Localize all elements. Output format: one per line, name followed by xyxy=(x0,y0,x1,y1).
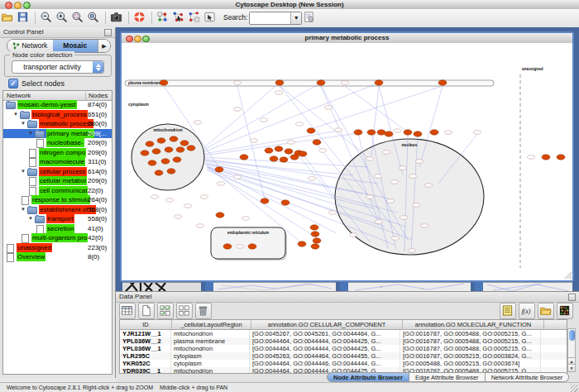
network-tree-row[interactable]: cell communicat22(0) xyxy=(3,186,112,196)
network-tree-row[interactable]: cellular metabol209(0) xyxy=(3,176,112,186)
save-session-icon[interactable] xyxy=(17,11,31,25)
toolbar-separator xyxy=(35,12,36,24)
table-cell: YKR052C xyxy=(120,360,171,367)
expander-icon[interactable]: ▼ xyxy=(28,129,35,139)
leaf-icon xyxy=(22,234,29,243)
expander-icon[interactable]: ▼ xyxy=(13,110,20,120)
annotation-icon[interactable] xyxy=(203,11,218,25)
help-icon[interactable] xyxy=(133,11,147,25)
background-window-fragment xyxy=(213,282,336,291)
tab-node-attribute-browser[interactable]: Node Attribute Browser xyxy=(327,372,409,382)
leaf-icon xyxy=(29,158,36,167)
tab-overflow-arrow[interactable]: ▶ xyxy=(98,40,110,52)
svg-text:endoplasmic reticulum: endoplasmic reticulum xyxy=(227,231,269,235)
node-color-dropdown[interactable]: transporter activity xyxy=(12,60,104,74)
data-panel-header: Data Panel xyxy=(116,292,579,303)
leaf-icon xyxy=(7,253,14,262)
table-column-header[interactable]: ID xyxy=(120,320,172,329)
search-options-icon[interactable] xyxy=(303,11,317,25)
search-dropdown-button[interactable]: ▼ xyxy=(290,12,301,24)
table-row[interactable]: YJR121W__1mitochondrion[GO:0045267, GO:0… xyxy=(120,330,567,337)
resize-grip[interactable] xyxy=(571,385,578,392)
network-tree-row[interactable]: multi-organism pro42(0) xyxy=(3,233,112,243)
table-scrollbar[interactable]: ▲ ▼ xyxy=(567,328,576,372)
float-panel-icon[interactable] xyxy=(104,29,112,36)
color-mapping-icon[interactable] xyxy=(557,303,573,319)
snapshot-icon[interactable] xyxy=(110,11,124,25)
expander-icon[interactable]: ▼ xyxy=(21,205,27,215)
node-select-mode-icon[interactable] xyxy=(188,11,202,25)
float-panel-icon[interactable] xyxy=(568,294,576,301)
node-count: 614(0) xyxy=(88,167,107,177)
table-cell: [GO:0044464, GO:0044444, GO:0044425, G..… xyxy=(250,345,400,352)
network-tree-row[interactable]: Overview8(0) xyxy=(3,252,112,262)
tab-network-attribute-browser[interactable]: Network Attribute Browser xyxy=(486,372,570,382)
tree-row-label: nitrogen compo xyxy=(39,148,86,157)
network-tree-row[interactable]: ▼cellular process614(0) xyxy=(3,167,112,177)
tab-network[interactable]: Network xyxy=(7,40,53,52)
network-canvas[interactable]: plasma membranecytoplasmmitochondrionnuc… xyxy=(122,43,572,280)
table-row[interactable]: YPL036W__2plasma membrane[GO:0044464, GO… xyxy=(120,337,567,345)
network-tree-row[interactable]: ▼biological_process651(0) xyxy=(3,110,112,120)
attribute-table-icon[interactable] xyxy=(119,303,136,319)
unselect-attributes-icon[interactable] xyxy=(176,303,193,319)
edge-select-mode-icon[interactable] xyxy=(172,11,186,25)
tab-edge-attribute-browser[interactable]: Edge Attribute Browser xyxy=(409,372,486,382)
node-count: 280(0) xyxy=(88,119,107,129)
zoom-out-icon[interactable] xyxy=(40,11,54,25)
network-tree-row[interactable]: ▼primary metabo209(... xyxy=(3,129,112,139)
table-cell: mitochondrion xyxy=(171,330,250,337)
network-tree-row[interactable]: secretion41(0) xyxy=(3,224,112,234)
network-tree-row[interactable]: mosaic-demo-yeast874(0) xyxy=(3,100,112,110)
background-window-fragment xyxy=(348,282,471,291)
tab-mosaic[interactable]: Mosaic xyxy=(53,40,98,52)
network-tree-row[interactable]: response to stimulu264(0) xyxy=(3,195,112,205)
network-tree-row[interactable]: macromolecule311(0) xyxy=(3,157,112,167)
network-tree-row[interactable]: unassigned223(0) xyxy=(3,243,112,253)
node-color-selection-label: Node color selection xyxy=(10,51,74,59)
open-session-icon[interactable] xyxy=(1,11,15,25)
tree-column-nodes[interactable]: Nodes xyxy=(85,92,108,100)
select-nodes-checkbox[interactable]: ✓ xyxy=(8,79,18,88)
table-column-header[interactable]: _cellularLayoutRegion xyxy=(172,320,251,329)
vizmapper-icon[interactable] xyxy=(156,11,170,25)
new-attribute-icon[interactable] xyxy=(138,303,155,319)
data-panel-toolbar: f(x) xyxy=(119,303,576,319)
expander-icon[interactable]: ▼ xyxy=(21,167,27,177)
select-attributes-icon[interactable] xyxy=(157,303,174,319)
search-input[interactable] xyxy=(251,12,292,24)
table-row[interactable]: YPL036W__1mitochondrion[GO:0044464, GO:0… xyxy=(120,345,567,352)
table-cell: YPL036W__1 xyxy=(120,345,171,352)
attribute-table: ID_cellularLayoutRegionannotation.GO CEL… xyxy=(119,319,567,374)
table-column-header[interactable]: annotation.GO MOLECULAR_FUNCTION xyxy=(403,320,544,329)
expander-icon[interactable]: ▼ xyxy=(21,119,27,129)
network-tree-row[interactable]: nitrogen compo209(0) xyxy=(3,148,112,158)
network-tree-row[interactable]: ▼metabolic process280(0) xyxy=(3,119,112,129)
attribute-list-icon[interactable] xyxy=(500,303,516,319)
tree-column-network[interactable]: Network xyxy=(7,92,31,99)
application-window: Cytoscape Desktop (New Session) Search:▼… xyxy=(0,0,579,392)
table-cell: [GO:0016787, GO:0005488, GO:0005215, G..… xyxy=(400,337,541,345)
zoom-in-icon[interactable] xyxy=(55,11,69,25)
scrollbar-thumb[interactable] xyxy=(569,330,575,341)
network-tree-row[interactable]: ▼transport558(0) xyxy=(3,214,112,224)
table-cell: [GO:0016787, GO:0005488, GO:0005215, G..… xyxy=(400,345,541,352)
network-tree-row[interactable]: ▼establishment of lo558(0) xyxy=(3,205,112,215)
main-toolbar: Search:▼ xyxy=(0,9,579,28)
zoom-to-fit-icon[interactable] xyxy=(87,11,101,25)
folder-icon xyxy=(35,131,45,138)
import-attributes-icon[interactable] xyxy=(538,303,554,319)
function-builder-icon[interactable]: f(x) xyxy=(519,303,535,319)
table-row[interactable]: YLR295Ccytoplasm[GO:0045263, GO:0044464,… xyxy=(120,352,567,360)
scroll-down-button[interactable]: ▼ xyxy=(568,364,575,371)
tree-row-label: nucleobase- xyxy=(46,138,84,147)
network-tree-row[interactable]: nucleobase-209(0) xyxy=(3,138,112,148)
zoom-selected-region-icon[interactable] xyxy=(71,11,85,25)
folder-icon xyxy=(6,102,16,109)
table-column-header[interactable]: annotation.GO CELLULAR_COMPONENT xyxy=(251,320,403,329)
table-row[interactable]: YKR052Ccytoplasm[GO:0044464, GO:0044446,… xyxy=(120,360,567,367)
leaf-icon xyxy=(7,244,14,253)
expander-icon[interactable]: ▼ xyxy=(28,214,35,224)
delete-attribute-icon[interactable] xyxy=(195,303,212,319)
table-cell: mitochondrion xyxy=(171,345,250,352)
